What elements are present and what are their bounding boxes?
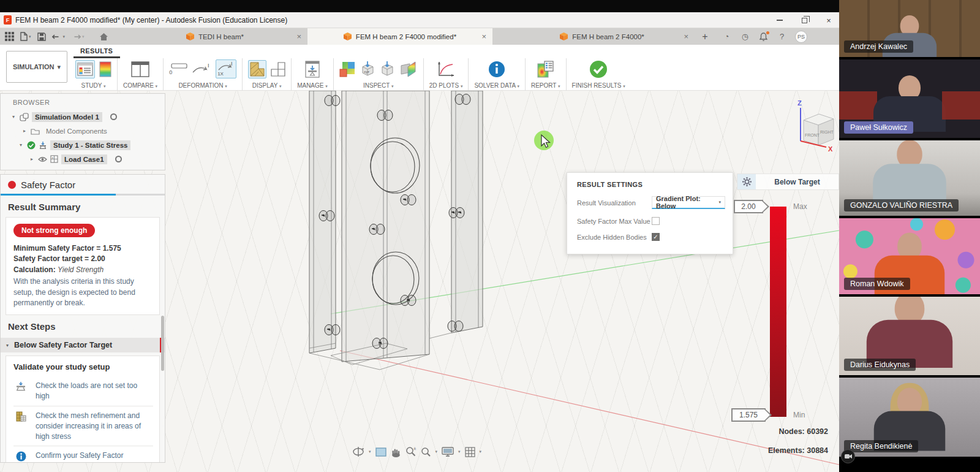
inspect-slice-plane-icon[interactable] bbox=[399, 61, 418, 77]
legend-gear-button[interactable] bbox=[737, 174, 756, 189]
tree-item-study1[interactable]: ▾ Study 1 - Static Stress bbox=[1, 138, 165, 152]
chevron-down-icon: ▾ bbox=[718, 200, 721, 205]
tree-item-simulation-model[interactable]: ▾ Simulation Model 1 bbox=[1, 110, 165, 124]
study-legend-icon[interactable] bbox=[99, 61, 111, 77]
radio-circle[interactable] bbox=[110, 113, 117, 120]
clock-icon[interactable]: ◷ bbox=[740, 31, 750, 42]
tab-bar: ▾ ▾ ▾ TEDI H beam* × FEM H beam 2 F4000 … bbox=[0, 28, 839, 45]
app-grid-icon[interactable] bbox=[5, 32, 14, 41]
camera-icon[interactable] bbox=[841, 449, 855, 463]
next-step-text: Confirm your Safety Factor requirement bbox=[36, 451, 153, 463]
participant-tile[interactable]: Andrzej Kawalec bbox=[839, 0, 980, 57]
panel-scrollbar[interactable] bbox=[161, 316, 164, 371]
workspace-selector[interactable]: SIMULATION▾ bbox=[6, 51, 67, 83]
home-icon[interactable] bbox=[99, 32, 108, 41]
below-target-group-header[interactable]: ▾ Below Safety Factor Target bbox=[1, 338, 165, 352]
look-at-icon[interactable] bbox=[375, 447, 386, 457]
inspect-probe-icon[interactable] bbox=[380, 61, 395, 77]
tree-item-load-case1[interactable]: ▸ + Load Case1 bbox=[1, 152, 165, 166]
chevron-right-icon[interactable]: ▸ bbox=[21, 128, 28, 134]
legend-color-bar bbox=[770, 207, 786, 417]
finish-results-check-icon[interactable] bbox=[589, 60, 608, 78]
inspect-point-xyz-icon[interactable]: xyz bbox=[360, 61, 375, 77]
report-icon[interactable] bbox=[537, 61, 554, 78]
chevron-down-icon[interactable]: ▾ bbox=[1, 343, 14, 348]
fit-icon[interactable] bbox=[421, 447, 431, 457]
quick-access-toolbar: ▾ ▾ ▾ bbox=[0, 28, 123, 45]
participant-tile[interactable]: Roman Wdowik bbox=[839, 218, 980, 294]
tree-item-model-components[interactable]: ▸ Model Components bbox=[1, 124, 165, 138]
job-status-icon[interactable]: ◔ bbox=[722, 31, 732, 42]
help-icon[interactable]: ? bbox=[777, 31, 787, 42]
max-value-checkbox[interactable] bbox=[652, 217, 660, 225]
chevron-down-icon[interactable]: ▾ bbox=[10, 114, 17, 120]
2d-plots-icon[interactable] bbox=[436, 61, 456, 78]
tab-fem-h-beam[interactable]: FEM H beam 2 F4000* × bbox=[510, 28, 695, 45]
grid-caret[interactable]: ▾ bbox=[480, 449, 482, 454]
participant-video bbox=[873, 140, 946, 205]
visualization-dropdown[interactable]: Gradient Plot: Below ▾ bbox=[652, 196, 725, 209]
fit-caret[interactable]: ▾ bbox=[435, 449, 438, 454]
exclude-hidden-checkbox[interactable]: ✓ bbox=[652, 233, 660, 241]
participant-tile[interactable]: Paweł Sułkowicz bbox=[839, 59, 980, 138]
participant-tile[interactable]: Darius Eidukynas bbox=[839, 297, 980, 375]
close-button[interactable]: × bbox=[824, 16, 833, 25]
save-icon[interactable] bbox=[37, 32, 46, 41]
minimize-button[interactable] bbox=[775, 16, 784, 25]
next-step-item[interactable]: Check the loads are not set too high bbox=[13, 376, 153, 406]
deformation-actual-icon[interactable]: I bbox=[192, 63, 211, 76]
new-tab-button[interactable]: + bbox=[695, 28, 715, 45]
next-step-item[interactable]: Check the mesh refinement and consider i… bbox=[13, 406, 153, 446]
restore-button[interactable] bbox=[800, 16, 809, 25]
visibility-eye-icon[interactable] bbox=[38, 156, 47, 162]
exclude-hidden-label: Exclude Hidden Bodies bbox=[577, 234, 652, 241]
group-header-label: Below Safety Factor Target bbox=[14, 341, 112, 349]
next-steps-heading: Next Steps bbox=[1, 315, 165, 337]
radio-circle[interactable] bbox=[115, 156, 122, 162]
legend-max-tag[interactable]: 2.00 bbox=[734, 200, 763, 213]
notifications-bell-icon[interactable] bbox=[758, 31, 769, 42]
orbit-caret[interactable]: ▾ bbox=[369, 449, 371, 454]
inspect-results-icon[interactable] bbox=[339, 61, 356, 77]
ribbon-tab-results[interactable]: RESULTS bbox=[80, 47, 113, 55]
redo-icon[interactable]: ▾ bbox=[71, 32, 85, 40]
tab-fem-h-beam-modified[interactable]: FEM H beam 2 F4000 modified* × bbox=[307, 28, 492, 45]
tree-item-label: Study 1 - Static Stress bbox=[50, 140, 130, 150]
study-active-icon[interactable] bbox=[75, 60, 95, 78]
legend-header: Below Target bbox=[737, 173, 839, 190]
deformation-undeformed-icon[interactable]: 0 bbox=[169, 63, 187, 75]
manage-icon[interactable] bbox=[304, 61, 320, 78]
chevron-down-icon[interactable]: ▾ bbox=[18, 142, 24, 148]
svg-text:I: I bbox=[231, 61, 233, 67]
file-menu-icon[interactable]: ▾ bbox=[20, 32, 31, 41]
next-step-item[interactable]: Confirm your Safety Factor requirement bbox=[13, 446, 153, 463]
deformation-scaled-icon[interactable]: I1X bbox=[216, 59, 236, 78]
user-avatar[interactable]: PS bbox=[795, 31, 807, 43]
navigation-bar: ▾ ± ▾ ▾ ▾ bbox=[352, 445, 481, 459]
orbit-icon[interactable] bbox=[352, 446, 364, 457]
folder-icon bbox=[31, 128, 40, 135]
results-panel: Safety Factor Result Summary Not strong … bbox=[0, 174, 165, 463]
compare-icon[interactable] bbox=[131, 61, 149, 77]
calculation-line: Calculation: Yield Strength bbox=[13, 265, 152, 275]
tab-close-icon[interactable]: × bbox=[481, 32, 486, 41]
participant-tile[interactable]: Regita Bendikienė bbox=[839, 378, 980, 457]
tab-close-icon[interactable]: × bbox=[296, 32, 301, 41]
tab-tedi-h-beam[interactable]: TEDI H beam* × bbox=[123, 28, 307, 45]
tab-close-icon[interactable]: × bbox=[684, 32, 688, 41]
grid-settings-icon[interactable] bbox=[465, 447, 475, 457]
pan-hand-icon[interactable] bbox=[391, 447, 401, 457]
display-caret[interactable]: ▾ bbox=[458, 449, 461, 454]
participant-tile[interactable]: GONZALO VALIÑO RIESTRA bbox=[839, 140, 980, 216]
cursor bbox=[534, 131, 554, 150]
display-bodies-icon[interactable] bbox=[271, 62, 285, 77]
chevron-right-icon[interactable]: ▸ bbox=[29, 156, 35, 162]
undo-icon[interactable]: ▾ bbox=[52, 32, 66, 40]
legend-min-tag[interactable]: 1.575 bbox=[731, 408, 766, 422]
zoom-icon[interactable]: ± bbox=[405, 446, 417, 457]
fusion-app-icon: F bbox=[4, 15, 12, 25]
tabbar-right-icons: ◔ ◷ ? PS bbox=[722, 28, 807, 45]
solver-data-info-icon[interactable] bbox=[488, 61, 505, 78]
display-mesh-icon[interactable] bbox=[248, 60, 266, 78]
display-settings-icon[interactable] bbox=[442, 447, 454, 457]
